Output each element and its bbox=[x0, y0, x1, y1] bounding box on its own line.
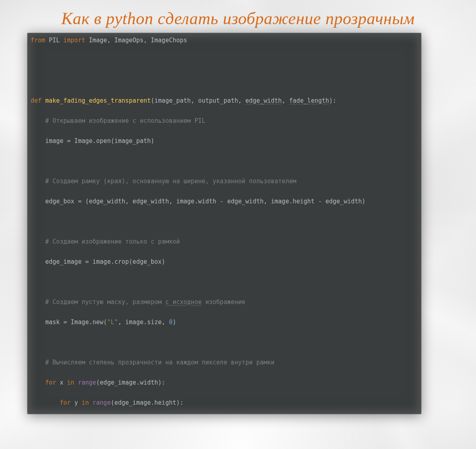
statement: edge_box = (edge_width, edge_width, imag… bbox=[45, 198, 366, 205]
comment: # Создаем рамку (края), основанную на ши… bbox=[45, 178, 296, 185]
param: output_path bbox=[198, 97, 238, 104]
code-line bbox=[31, 156, 418, 166]
code-line: # Создаем изображение только с рамкой bbox=[31, 237, 418, 247]
keyword-for: for bbox=[45, 379, 56, 386]
code-line bbox=[31, 56, 418, 66]
code-line: # Создаем рамку (края), основанную на ши… bbox=[31, 176, 418, 186]
code-line: for x in range(edge_image.width): bbox=[31, 378, 418, 388]
code-line bbox=[31, 76, 418, 86]
code-line: # Вычисляем степень прозрачности на кажд… bbox=[31, 358, 418, 368]
comment: изображение bbox=[202, 298, 245, 306]
code-line: edge_box = (edge_width, edge_width, imag… bbox=[31, 197, 418, 207]
code-panel: from PIL import Image, ImageOps, ImageCh… bbox=[27, 33, 421, 414]
code-line: def make_fading_edges_transparent(image_… bbox=[31, 96, 418, 106]
statement: edge_image = image.crop(edge_box) bbox=[45, 258, 165, 265]
keyword-in: in bbox=[67, 379, 74, 386]
page-title: Как в python сделать изображение прозрач… bbox=[0, 9, 476, 28]
code-line: # Создаем пустую маску, размером с исход… bbox=[31, 297, 418, 307]
param: image_path bbox=[154, 97, 191, 104]
param: edge_width bbox=[245, 97, 282, 104]
statement: mask = Image.new( bbox=[45, 319, 107, 326]
keyword-from: from bbox=[31, 37, 45, 44]
code-line: from PIL import Image, ImageOps, ImageCh… bbox=[31, 35, 418, 46]
code-line bbox=[31, 217, 418, 227]
comment: # Создаем пустую маску, размером bbox=[45, 298, 165, 306]
function-name: make_fading_edges_transparent bbox=[45, 97, 151, 104]
comment: # Открываем изображение с использованием… bbox=[45, 117, 205, 124]
comment: с исходное bbox=[165, 298, 202, 306]
builtin-range: range bbox=[78, 379, 96, 386]
import-list: Image, ImageOps, ImageChops bbox=[89, 37, 187, 44]
keyword-in: in bbox=[81, 399, 89, 406]
param: fade_length bbox=[289, 97, 329, 104]
keyword-for: for bbox=[60, 399, 71, 406]
comment: # Создаем изображение только с рамкой bbox=[45, 238, 180, 245]
builtin-range: range bbox=[93, 399, 111, 406]
comment: # Вычисляем степень прозрачности на кажд… bbox=[45, 359, 274, 366]
number: 0 bbox=[169, 319, 173, 326]
code-line: image = Image.open(image_path) bbox=[31, 136, 418, 146]
code-line bbox=[31, 337, 418, 348]
module-name: PIL bbox=[49, 37, 60, 44]
code-line bbox=[31, 277, 418, 287]
code-line: for y in range(edge_image.height): bbox=[31, 398, 418, 408]
keyword-import: import bbox=[63, 37, 85, 44]
string: "L" bbox=[107, 319, 118, 326]
statement: image = Image.open(image_path) bbox=[45, 137, 154, 145]
code-line: mask = Image.new("L", image.size, 0) bbox=[31, 317, 418, 327]
code-line: # Открываем изображение с использованием… bbox=[31, 116, 418, 126]
code-line: edge_image = image.crop(edge_box) bbox=[31, 257, 418, 267]
code-block: from PIL import Image, ImageOps, ImageCh… bbox=[27, 33, 421, 414]
keyword-def: def bbox=[31, 97, 42, 104]
